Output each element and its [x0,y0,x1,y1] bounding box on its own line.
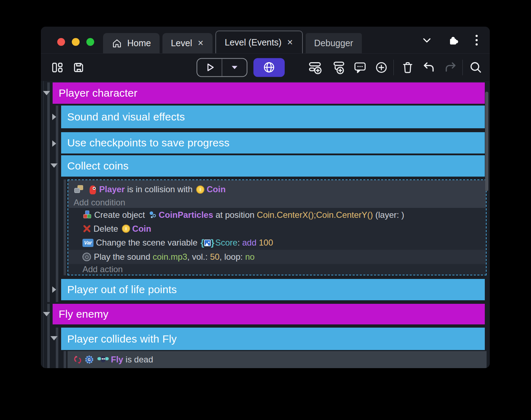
expand-triangle[interactable] [52,140,56,147]
desktop-background: Home Level × Level (Events) × Debugger [0,0,531,420]
tab-strip: Home Level × Level (Events) × Debugger [103,31,362,53]
minimize-button[interactable] [72,38,80,46]
action-create-object[interactable]: Create object CoinParticles at position … [68,208,486,222]
condition-text: is in collision with [125,184,195,194]
fly-sprite-icon [97,356,109,364]
add-condition-button[interactable]: Add condition [74,197,486,208]
group-header-fly-enemy[interactable]: Fly enemy [53,304,485,324]
behavior-arrows-icon [73,355,82,365]
tab-home[interactable]: Home [103,33,160,53]
tab-debugger[interactable]: Debugger [306,33,362,53]
group-header-sound-effects[interactable]: Sound and visual effects [61,106,485,128]
player-sprite-icon [89,185,96,194]
close-button[interactable] [57,38,65,46]
chevron-down-icon[interactable] [421,35,433,45]
events-sheet: Player character Sound and visual effect… [41,81,490,368]
add-event-button[interactable] [307,60,322,75]
tab-bar: Home Level × Level (Events) × Debugger [41,27,490,53]
event-fly-dead[interactable]: G Fly is dead [68,351,487,368]
condition-row[interactable]: Player is in collision with Coin [74,182,486,197]
collapse-triangle[interactable] [43,312,50,316]
variable-name: Score [215,238,237,248]
loop-value: no [245,252,255,262]
search-button[interactable] [469,60,483,75]
svg-text:G: G [88,357,91,362]
panels-layout-icon[interactable] [51,61,64,74]
tab-level[interactable]: Level × [162,33,213,53]
object-name: Coin [206,184,225,194]
group-title: Player collides with Fly [67,333,177,345]
expand-triangle[interactable] [52,114,56,120]
delete-button[interactable] [401,60,415,75]
group-header-life-points[interactable]: Player out of life points [61,279,485,300]
toolbar-separator [393,60,394,75]
coin-icon [196,185,204,194]
group-title: Player out of life points [67,284,177,296]
collapse-triangle[interactable] [50,163,58,168]
group-title: Use checkpoints to save progress [67,137,230,149]
play-preview-button[interactable] [197,59,222,76]
add-circle-button[interactable] [374,60,388,75]
undo-button[interactable] [422,60,436,75]
window-controls [57,38,94,46]
variable-icon: Var [82,239,93,247]
expand-triangle[interactable] [52,286,56,293]
tab-label: Level [171,38,192,48]
object-name: Coin [132,224,151,234]
group-title: Player character [59,87,138,99]
event-indent-bar [64,179,66,275]
collapse-triangle[interactable] [43,91,50,95]
add-action-button[interactable]: Add action [68,264,486,275]
tab-level-events[interactable]: Level (Events) × [215,31,303,53]
object-name: Fly [111,355,123,365]
expression-text: Coin.CenterX();Coin.CenterY() [257,210,373,220]
group-title: Sound and visual effects [67,111,185,123]
object-name: CoinParticles [159,210,213,220]
create-object-icon [82,210,92,220]
zoom-button[interactable] [86,38,94,46]
group-header-checkpoints[interactable]: Use checkpoints to save progress [61,132,485,154]
action-delete[interactable]: Delete Coin [68,222,486,236]
caret-down-icon [232,66,237,69]
add-subevent-button[interactable] [331,60,346,75]
group-header-player-character[interactable]: Player character [53,82,485,104]
network-preview-button[interactable] [253,58,285,77]
tab-label: Debugger [314,38,353,48]
actions-zone: Create object CoinParticles at position … [68,208,486,275]
action-change-variable[interactable]: Var Change the scene variable { } [68,236,486,250]
extensions-puzzle-icon[interactable] [448,34,459,46]
tab-label: Level (Events) [225,37,281,48]
event-indent-bar [64,351,66,368]
group-indent-bar [47,82,50,302]
kebab-menu-icon[interactable] [474,33,479,47]
conditions-zone: Player is in collision with Coin Add con… [68,180,486,208]
collapse-triangle[interactable] [50,336,58,340]
behavior-gear-icon: G [84,355,94,365]
group-title: Collect coins [67,160,129,172]
value-text: 100 [259,238,273,248]
close-tab-icon[interactable]: × [286,38,294,47]
home-icon [112,38,122,49]
sound-file: coin.mp3 [152,252,187,262]
collision-icon [74,185,84,194]
subgroup-indent-bar [56,106,58,302]
coin-icon [122,225,130,233]
add-comment-button[interactable] [353,60,367,75]
redo-button[interactable] [443,60,457,75]
toolbar [41,53,490,81]
preview-options-dropdown[interactable] [222,59,247,76]
particles-icon [149,211,157,219]
delete-cross-icon [82,224,91,233]
close-tab-icon[interactable]: × [197,38,204,48]
scene-variable-icon: { } [200,238,214,247]
object-name: Player [99,184,125,194]
group-header-fly-collision[interactable]: Player collides with Fly [61,328,485,350]
volume-value: 50 [210,252,220,262]
action-play-sound[interactable]: Play the sound coin.mp3 , vol.: 50 , loo… [68,250,486,264]
event-collect-coins[interactable]: Player is in collision with Coin Add con… [68,179,487,275]
preview-split-button [197,58,247,77]
subgroup-indent-bar [56,328,58,368]
vertical-scrollbar-thumb[interactable] [485,92,488,191]
save-icon[interactable] [72,61,85,74]
group-header-collect-coins[interactable]: Collect coins [61,155,485,177]
